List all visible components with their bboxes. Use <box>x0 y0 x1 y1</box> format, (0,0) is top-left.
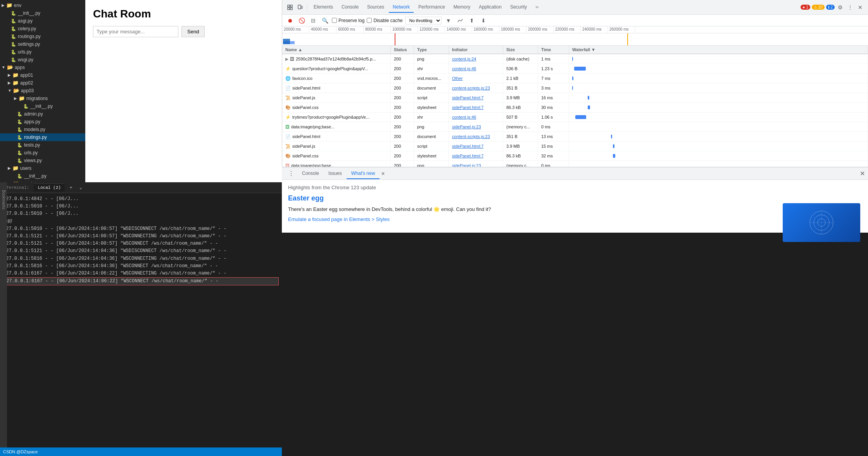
col-size[interactable]: Size <box>503 46 538 54</box>
tree-item-init-py3[interactable]: 🐍 __init__.py <box>0 172 85 180</box>
col-type[interactable]: Type <box>414 46 449 54</box>
col-initiator[interactable]: Initiator <box>449 46 503 54</box>
new-terminal-button[interactable]: ＋ <box>66 183 76 192</box>
tree-item-celery[interactable]: 🐍 celery.py <box>0 25 85 33</box>
clear-network-button[interactable]: 🚫 <box>297 16 306 25</box>
drawer-menu-icon[interactable]: ⋮ <box>285 168 297 179</box>
term-line: 127.0.0.1:5010 - - [06/Jun/2024:14:00:57… <box>3 225 279 233</box>
devtools-mode-toggle[interactable] <box>285 3 295 12</box>
tree-item-init-py1[interactable]: 🐍 __init__.py <box>0 9 85 17</box>
tab-console[interactable]: Console <box>338 2 362 13</box>
favicon-icon: 🌐 <box>285 76 291 81</box>
tree-item-urls2[interactable]: 🐍 urls.py <box>0 149 85 157</box>
export-har-button[interactable]: ⬇ <box>479 16 488 25</box>
table-row[interactable]: 🖼data:image/png;base... 200 png sidePane… <box>282 122 868 132</box>
tree-item-wsgi[interactable]: 🐍 wsgi.py <box>0 56 85 64</box>
tree-item-views[interactable]: 🐍 views.py <box>0 157 85 164</box>
tree-item-settings[interactable]: 🐍 settings.py <box>0 40 85 48</box>
xhr-icon: ⚡ <box>285 115 291 119</box>
stop-recording-button[interactable]: ⏺ <box>285 16 295 25</box>
table-row[interactable]: 🌐favicon.ico 200 vnd.micros... Other 2.1… <box>282 74 868 83</box>
col-status[interactable]: Status <box>391 46 414 54</box>
tree-item-app02[interactable]: ▶ 📁 app02 <box>0 79 85 87</box>
cell-initiator[interactable]: Other <box>449 74 503 83</box>
drawer-tab-issues[interactable]: Issues <box>324 168 347 179</box>
col-name[interactable]: Name ▲ <box>282 46 391 54</box>
more-options-button[interactable]: ⋮ <box>846 3 855 12</box>
cell-initiator[interactable]: content-scripts.js:23 <box>449 83 503 93</box>
table-row[interactable]: 🎨sidePanel.css 200 stylesheet sidePanel.… <box>282 151 868 161</box>
close-drawer-button[interactable]: ✕ <box>860 170 865 177</box>
filter-button[interactable]: ⊟ <box>309 16 318 25</box>
cell-size: 351 B <box>503 83 538 93</box>
tab-application[interactable]: Application <box>475 2 506 13</box>
cell-initiator[interactable]: content.js:24 <box>449 54 503 64</box>
term-line: 127.0.0.1:4842 - - [06/J... <box>3 195 279 203</box>
tab-security[interactable]: Security <box>506 2 531 13</box>
cell-initiator[interactable]: sidePanel.html:7 <box>449 103 503 112</box>
table-row[interactable]: 📜sidePanel.js 200 script sidePanel.html:… <box>282 93 868 103</box>
table-row[interactable]: 📄sidePanel.html 200 document content-scr… <box>282 83 868 93</box>
col-time[interactable]: Time <box>538 46 569 54</box>
device-toggle[interactable] <box>295 3 305 12</box>
cell-initiator[interactable]: content.js:46 <box>449 112 503 122</box>
disable-cache-checkbox[interactable]: Disable cache <box>367 18 402 23</box>
tree-item-env[interactable]: ▶ 📁 env <box>0 2 85 9</box>
tree-item-apps[interactable]: ▼ 📂 apps <box>0 64 85 71</box>
terminal-tab-local[interactable]: Local (2) <box>34 183 64 192</box>
tab-elements[interactable]: Elements <box>310 2 337 13</box>
tree-label: routings.py <box>24 134 47 141</box>
drawer-tab-whats-new[interactable]: What's new <box>347 168 380 179</box>
close-whats-new-tab[interactable]: ✕ <box>380 169 387 178</box>
throttle-select[interactable]: No throttling Fast 3G Slow 3G Offline <box>405 17 442 24</box>
tab-memory[interactable]: Memory <box>450 2 474 13</box>
tree-item-migrations[interactable]: ▶ 📁 migrations <box>0 95 85 102</box>
close-devtools-button[interactable]: ✕ <box>856 3 865 12</box>
tree-item-urls1[interactable]: 🐍 urls.py <box>0 48 85 56</box>
python-icon: 🐍 <box>23 103 29 110</box>
cell-initiator[interactable]: content-scripts.js:23 <box>449 132 503 141</box>
cell-initiator[interactable]: sidePanel.js:23 <box>449 122 503 131</box>
table-row[interactable]: 🎨sidePanel.css 200 stylesheet sidePanel.… <box>282 103 868 112</box>
drawer-tab-console[interactable]: Console <box>297 168 324 179</box>
tab-performance[interactable]: Performance <box>414 2 449 13</box>
tree-item-users[interactable]: ▶ 📁 users <box>0 164 85 172</box>
cell-initiator[interactable]: sidePanel.html:7 <box>449 93 503 102</box>
terminal-chevron[interactable]: ⌄ <box>77 184 85 191</box>
col-waterfall[interactable]: Waterfall ▼ <box>569 46 868 54</box>
throttle-down-icon[interactable]: ▼ <box>444 16 453 25</box>
network-conditions-icon[interactable] <box>456 16 465 25</box>
table-row[interactable]: ⚡question?product=googlePlugin&appV... 2… <box>282 64 868 74</box>
settings-button[interactable]: ⚙ <box>835 3 845 12</box>
tree-item-app01[interactable]: ▶ 📁 app01 <box>0 71 85 79</box>
tab-sources[interactable]: Sources <box>363 2 388 13</box>
table-row[interactable]: 📄sidePanel.html 200 document content-scr… <box>282 132 868 142</box>
table-row[interactable]: ▶🖼2590c2878f4ad37e124d9b8a42b94cf5.p... … <box>282 54 868 64</box>
search-network-button[interactable]: 🔍 <box>320 16 330 25</box>
terminal-tabs: Terminal: Local (2) ＋ ⌄ <box>0 182 282 193</box>
tree-item-tests[interactable]: 🐍 tests.py <box>0 141 85 149</box>
tree-item-models[interactable]: 🐍 models.py <box>0 126 85 133</box>
tick-100000: 100000 ms <box>391 26 418 33</box>
send-button[interactable]: Send <box>181 26 205 37</box>
tab-network[interactable]: Network <box>389 2 414 13</box>
preserve-log-checkbox[interactable]: Preserve log <box>332 18 364 23</box>
emulate-focused-page-link[interactable]: Emulate a focused page in Elements > Sty… <box>288 216 862 222</box>
cell-initiator[interactable]: content.js:46 <box>449 64 503 73</box>
chat-message-input[interactable] <box>93 26 178 37</box>
cell-name: ▶🖼2590c2878f4ad37e124d9b8a42b94cf5.p... <box>282 54 391 64</box>
tree-item-apps-py[interactable]: 🐍 apps.py <box>0 118 85 126</box>
cell-initiator[interactable]: sidePanel.html:7 <box>449 151 503 161</box>
table-row[interactable]: 📜sidePanel.js 200 script sidePanel.html:… <box>282 142 868 151</box>
import-har-button[interactable]: ⬆ <box>467 16 476 25</box>
tree-item-routings1[interactable]: 🐍 routings.py <box>0 33 85 40</box>
tree-item-admin[interactable]: 🐍 admin.py <box>0 110 85 118</box>
tab-more[interactable]: ›› <box>531 2 542 13</box>
tree-item-init-py2[interactable]: 🐍 __init__.py <box>0 102 85 110</box>
tree-item-asgi[interactable]: 🐍 asgi.py <box>0 17 85 25</box>
cell-initiator[interactable]: sidePanel.html:7 <box>449 142 503 151</box>
tree-label: __init__.py <box>24 173 47 180</box>
tree-item-routings-active[interactable]: 🐍 routings.py <box>0 133 85 141</box>
table-row[interactable]: ⚡trytimes?product=googlePlugin&appVe... … <box>282 112 868 122</box>
tree-item-app03[interactable]: ▼ 📂 app03 <box>0 87 85 95</box>
